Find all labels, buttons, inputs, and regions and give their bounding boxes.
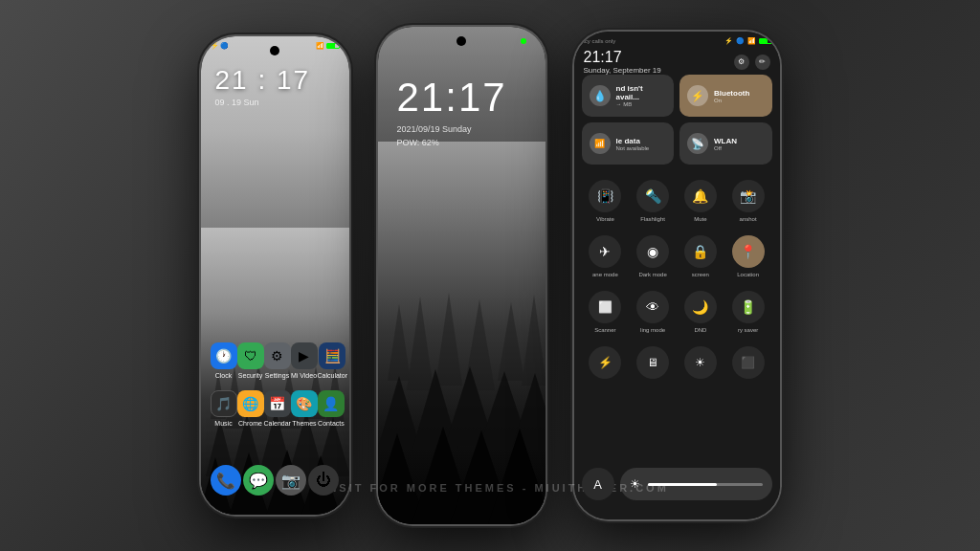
cc-airplane[interactable]: ✈ ane mode bbox=[589, 235, 621, 277]
cc-settings-icon[interactable]: ⚙ bbox=[734, 55, 749, 70]
app-music[interactable]: 🎵 Music bbox=[211, 390, 237, 427]
lock-clock: 21:17 2021/09/19 Sunday POW: 62% bbox=[397, 75, 507, 147]
tile-row-1: 💧 nd isn't avail... → MB ⚡ Bluetooth On bbox=[582, 75, 772, 117]
tile-mobile-data[interactable]: 💧 nd isn't avail... → MB bbox=[582, 75, 675, 117]
tile-row-2: 📶 le data Not available 📡 WLAN Off bbox=[582, 122, 772, 165]
brightness-icon: ☀ bbox=[630, 477, 640, 491]
brightness-track bbox=[648, 483, 763, 486]
app-contacts[interactable]: 👤 Contacts bbox=[318, 390, 345, 427]
cc-location[interactable]: 📍 Location bbox=[732, 235, 765, 277]
cc-dnd[interactable]: 🌙 DND bbox=[684, 291, 717, 333]
cc-accessibility-icon[interactable]: A bbox=[582, 468, 614, 500]
cc-brightness2[interactable]: ☀ bbox=[684, 346, 717, 383]
cc-icon-row-4: ⚡ 🖥 ☀ ⬛ bbox=[582, 346, 772, 383]
home-time: 21 : 17 bbox=[215, 65, 311, 96]
app-row-1: 🕐 Clock 🛡 Security ⚙ Settings ▶ Mi Video… bbox=[211, 342, 340, 379]
brightness-fill bbox=[648, 483, 717, 486]
app-mi-video[interactable]: ▶ Mi Video bbox=[291, 342, 318, 379]
cc-mute[interactable]: 🔔 Mute bbox=[684, 180, 717, 222]
cc-tiles: 💧 nd isn't avail... → MB ⚡ Bluetooth On bbox=[582, 75, 772, 170]
cc-reading-mode[interactable]: 👁 ling mode bbox=[636, 291, 669, 333]
camera-hole bbox=[270, 46, 279, 55]
phone-lock: 21:17 2021/09/19 Sunday POW: 62% bbox=[378, 27, 546, 524]
home-clock-widget: 21 : 17 09 . 19 Sun bbox=[215, 65, 311, 107]
app-row-2: 🎵 Music 🌐 Chrome 📅 Calendar 🎨 Themes 👤 bbox=[211, 390, 340, 427]
dock-camera[interactable]: 📷 bbox=[276, 465, 306, 496]
bluetooth-label: Bluetooth bbox=[714, 89, 749, 98]
cc-brightness-slider[interactable]: ☀ bbox=[620, 468, 772, 500]
tile-wlan[interactable]: 📡 WLAN Off bbox=[679, 122, 772, 165]
phone-control-center: ncy calls only ⚡🔵📶 21:17 Sunday, Septemb… bbox=[574, 32, 780, 519]
emergency-text: ncy calls only bbox=[582, 38, 616, 44]
cc-bottom-bar: A ☀ bbox=[582, 468, 772, 500]
cc-vibrate[interactable]: 📳 Vibrate bbox=[589, 180, 621, 222]
phone-home: ⚡ 🔵 📶 21 : 17 09 . 19 Sun 🕐 Clock 🛡 Secu… bbox=[201, 36, 349, 515]
dock-phone[interactable]: 📞 bbox=[211, 465, 241, 496]
app-chrome[interactable]: 🌐 Chrome bbox=[237, 390, 264, 427]
cc-edit-icon[interactable]: ✏ bbox=[755, 55, 770, 70]
app-clock[interactable]: 🕐 Clock bbox=[211, 342, 237, 379]
cc-screen-record[interactable]: 🖥 bbox=[636, 346, 669, 383]
app-themes[interactable]: 🎨 Themes bbox=[291, 390, 318, 427]
cc-date: Sunday, September 19 bbox=[584, 66, 661, 75]
cc-icon-row-2: ✈ ane mode ◉ Dark mode 🔒 screen 📍 Locati… bbox=[582, 235, 772, 277]
app-calculator[interactable]: 🧮 Calculator bbox=[318, 342, 348, 379]
cc-icon-grid: 📳 Vibrate 🔦 Flashlight 🔔 Mute 📸 anshot bbox=[582, 180, 772, 396]
app-grid: 🕐 Clock 🛡 Security ⚙ Settings ▶ Mi Video… bbox=[201, 342, 349, 438]
cc-screen-lock[interactable]: 🔒 screen bbox=[684, 235, 717, 277]
cc-battery-saver[interactable]: 🔋 ry saver bbox=[732, 291, 765, 333]
lock-date: 2021/09/19 Sunday bbox=[397, 124, 507, 134]
app-settings[interactable]: ⚙ Settings bbox=[264, 342, 291, 379]
cc-time: 21:17 bbox=[584, 49, 661, 66]
camera-hole-2 bbox=[457, 36, 466, 46]
cc-scanner[interactable]: ⬜ Scanner bbox=[589, 291, 621, 333]
cc-screenshot[interactable]: 📸 anshot bbox=[732, 180, 765, 222]
dock-messages[interactable]: 💬 bbox=[243, 465, 274, 496]
dock-power[interactable]: ⏻ bbox=[308, 465, 339, 496]
tile-cellular[interactable]: 📶 le data Not available bbox=[582, 122, 675, 165]
cc-dark-mode[interactable]: ◉ Dark mode bbox=[636, 235, 669, 277]
app-calendar[interactable]: 📅 Calendar bbox=[264, 390, 291, 427]
cc-status-bar: ncy calls only ⚡🔵📶 bbox=[574, 37, 780, 45]
app-dock: 📞 💬 📷 ⏻ bbox=[201, 465, 349, 496]
cc-power-saving[interactable]: ⚡ bbox=[589, 346, 621, 383]
home-date: 09 . 19 Sun bbox=[215, 98, 311, 107]
cc-flashlight[interactable]: 🔦 Flashlight bbox=[636, 180, 669, 222]
cc-header: 21:17 Sunday, September 19 ⚙ ✏ bbox=[574, 49, 780, 75]
app-security[interactable]: 🛡 Security bbox=[237, 342, 264, 379]
cc-icon-row-1: 📳 Vibrate 🔦 Flashlight 🔔 Mute 📸 anshot bbox=[582, 180, 772, 222]
cc-cast[interactable]: ⬛ bbox=[732, 346, 765, 383]
lock-time: 21:17 bbox=[397, 75, 507, 121]
active-indicator bbox=[521, 38, 526, 44]
cc-icon-row-3: ⬜ Scanner 👁 ling mode 🌙 DND 🔋 ry saver bbox=[582, 291, 772, 333]
tile-bluetooth[interactable]: ⚡ Bluetooth On bbox=[679, 75, 772, 117]
lock-battery: POW: 62% bbox=[397, 138, 507, 147]
